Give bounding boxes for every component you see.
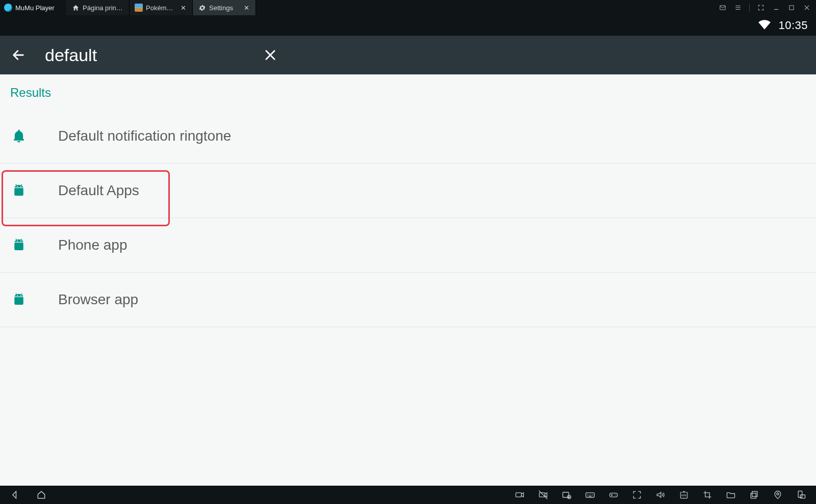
- screenshot-crop-icon[interactable]: [702, 489, 713, 500]
- apk-install-icon[interactable]: APK: [678, 489, 690, 500]
- result-row-browser-app[interactable]: Browser app: [0, 273, 816, 327]
- overlay-play-icon[interactable]: [561, 489, 572, 500]
- svg-rect-14: [800, 495, 805, 498]
- minimize-icon[interactable]: [772, 4, 780, 12]
- multi-window-icon[interactable]: [749, 489, 760, 500]
- result-row-phone-app[interactable]: Phone app: [0, 218, 816, 273]
- record-off-icon[interactable]: [538, 489, 549, 500]
- result-label: Phone app: [58, 237, 127, 253]
- close-window-icon[interactable]: [803, 4, 811, 12]
- settings-search-input[interactable]: [45, 45, 244, 65]
- tab-home[interactable]: Página princi...: [66, 0, 130, 15]
- result-label: Default notification ringtone: [58, 128, 231, 144]
- titlebar-app-identity: MuMu Player: [0, 0, 66, 15]
- tab-pokemon[interactable]: Pokémon ... ✕: [130, 0, 193, 15]
- svg-text:APK: APK: [681, 494, 687, 497]
- tab-settings[interactable]: Settings ✕: [193, 0, 256, 15]
- statusbar-clock: 10:35: [778, 19, 808, 32]
- android-icon: [10, 236, 28, 254]
- svg-rect-1: [789, 6, 794, 10]
- tab-label: Pokémon ...: [146, 4, 176, 12]
- svg-point-12: [777, 493, 779, 495]
- record-video-icon[interactable]: [514, 489, 525, 500]
- results-header: Results: [0, 74, 816, 109]
- svg-rect-6: [586, 493, 595, 497]
- android-icon: [10, 291, 28, 308]
- settings-search-appbar: [0, 36, 816, 74]
- location-icon[interactable]: [772, 489, 783, 500]
- android-icon: [10, 182, 28, 199]
- tab-close-icon[interactable]: ✕: [180, 4, 187, 12]
- nav-back-icon[interactable]: [9, 489, 20, 500]
- clear-search-button[interactable]: [259, 44, 282, 66]
- rotate-device-icon[interactable]: [796, 489, 807, 500]
- svg-rect-11: [751, 493, 756, 498]
- gamepad-icon[interactable]: [608, 489, 619, 500]
- tab-close-icon[interactable]: ✕: [243, 4, 250, 12]
- tab-label: Settings: [209, 4, 240, 12]
- svg-rect-2: [516, 493, 522, 497]
- fullscreen2-icon[interactable]: [631, 489, 643, 500]
- titlebar-app-name: MuMu Player: [15, 4, 55, 12]
- result-label: Browser app: [58, 291, 138, 308]
- result-row-default-notification-ringtone[interactable]: Default notification ringtone: [0, 109, 816, 164]
- folder-icon[interactable]: [725, 489, 736, 500]
- android-statusbar: 10:35: [0, 15, 816, 36]
- mail-icon[interactable]: [719, 4, 727, 12]
- volume-icon[interactable]: [655, 489, 666, 500]
- gear-icon: [198, 4, 206, 12]
- svg-rect-10: [752, 491, 757, 496]
- pokemon-app-icon: [135, 4, 143, 12]
- nav-home-icon[interactable]: [36, 489, 47, 500]
- titlebar-tabstrip: Página princi... Pokémon ... ✕ Settings …: [66, 0, 256, 15]
- emulator-bottombar: APK: [0, 486, 816, 504]
- emulator-titlebar: MuMu Player Página princi... Pokémon ...…: [0, 0, 816, 15]
- home-icon: [71, 4, 80, 12]
- bell-icon: [10, 127, 28, 145]
- result-label: Default Apps: [58, 182, 139, 199]
- fullscreen-icon[interactable]: [757, 4, 765, 12]
- back-button[interactable]: [7, 44, 30, 66]
- keyboard-icon[interactable]: [584, 489, 596, 500]
- wifi-icon: [758, 18, 771, 33]
- svg-rect-0: [720, 6, 726, 10]
- menu-icon[interactable]: [734, 4, 742, 12]
- tab-label: Página princi...: [83, 4, 124, 12]
- result-row-default-apps[interactable]: Default Apps: [0, 164, 816, 218]
- mumu-logo-icon: [4, 4, 12, 12]
- settings-search-results: Results Default notification ringtone De…: [0, 74, 816, 486]
- titlebar-window-controls: [719, 0, 816, 15]
- maximize-icon[interactable]: [787, 4, 796, 12]
